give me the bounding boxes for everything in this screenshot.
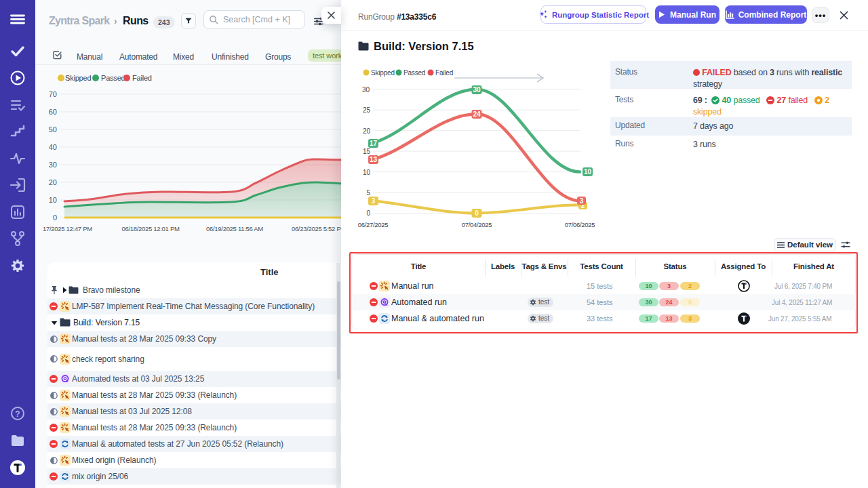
- svg-text:06/23/2025 5:52 PM: 06/23/2025 5:52 PM: [292, 225, 341, 232]
- svg-text:06/18/2025 12:01 PM: 06/18/2025 12:01 PM: [121, 225, 180, 232]
- svg-text:10: 10: [363, 169, 371, 176]
- svg-text:5: 5: [366, 189, 370, 197]
- svg-text:10: 10: [49, 196, 57, 204]
- svg-text:17: 17: [370, 140, 378, 147]
- svg-text:3: 3: [372, 197, 376, 205]
- svg-text:70: 70: [49, 90, 57, 98]
- svg-text:06/27/2025: 06/27/2025: [358, 221, 389, 228]
- svg-text:20: 20: [363, 127, 371, 135]
- svg-text:3: 3: [580, 197, 584, 205]
- svg-text:60: 60: [49, 108, 57, 116]
- svg-text:15: 15: [363, 148, 371, 155]
- svg-text:13: 13: [370, 156, 378, 163]
- svg-text:30: 30: [473, 86, 481, 94]
- svg-text:0: 0: [366, 209, 370, 217]
- svg-text:40: 40: [49, 143, 57, 151]
- svg-text:0: 0: [475, 209, 479, 217]
- svg-text:20: 20: [49, 178, 57, 186]
- svg-text:Failed: Failed: [435, 69, 453, 77]
- svg-text:25: 25: [363, 106, 371, 114]
- svg-text:30: 30: [49, 161, 57, 169]
- svg-text:50: 50: [49, 125, 57, 134]
- svg-text:07/06/2025: 07/06/2025: [565, 221, 595, 228]
- svg-text:24: 24: [473, 110, 481, 118]
- svg-text:07/04/2025: 07/04/2025: [462, 221, 492, 228]
- svg-text:30: 30: [362, 86, 370, 94]
- svg-text:?: ?: [15, 409, 20, 419]
- svg-text:Passed: Passed: [403, 69, 425, 77]
- svg-text:10: 10: [584, 168, 592, 176]
- svg-text:06/19/2025 11:56 AM: 06/19/2025 11:56 AM: [206, 225, 263, 232]
- svg-text:0: 0: [53, 214, 57, 222]
- svg-text:Skipped: Skipped: [371, 69, 395, 77]
- svg-text:17/2025 12:47 PM: 17/2025 12:47 PM: [43, 225, 92, 232]
